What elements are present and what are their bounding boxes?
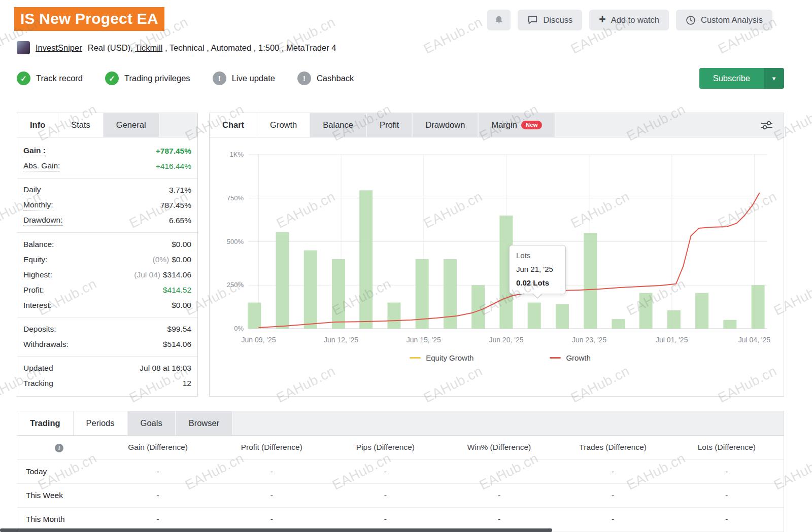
badge-live-update[interactable]: ! Live update bbox=[213, 72, 275, 85]
author-link[interactable]: InvestSniper bbox=[36, 43, 82, 53]
stat-value: +416.44% bbox=[156, 162, 191, 171]
row-label: This Week bbox=[17, 483, 101, 507]
x-tick-label: Jul 01, '25 bbox=[656, 336, 688, 344]
tab-balance[interactable]: Balance bbox=[310, 113, 367, 137]
badge-label: Cashback bbox=[317, 74, 354, 83]
stat-value: 787.45% bbox=[160, 201, 191, 210]
lots-bar bbox=[248, 303, 261, 329]
chart-legend: Equity Growth Growth bbox=[217, 353, 784, 362]
subscribe-button[interactable]: Subscribe ▾ bbox=[699, 68, 784, 89]
stat-value: $99.54 bbox=[167, 325, 191, 334]
stat-label: Equity: bbox=[23, 255, 47, 264]
avatar[interactable] bbox=[17, 41, 30, 54]
add-to-watch-button[interactable]: + Add to watch bbox=[589, 10, 669, 30]
lots-bar bbox=[556, 304, 569, 329]
lots-bar bbox=[752, 285, 765, 329]
lots-bar bbox=[528, 303, 541, 329]
tab-browser[interactable]: Browser bbox=[176, 411, 233, 435]
stat-label[interactable]: Monthly: bbox=[23, 200, 53, 210]
cell: - bbox=[556, 483, 670, 507]
badge-cashback[interactable]: ! Cashback bbox=[297, 72, 354, 85]
stat-label: Deposits: bbox=[23, 325, 56, 334]
tab-profit[interactable]: Profit bbox=[367, 113, 413, 137]
exclamation-icon: ! bbox=[213, 72, 226, 85]
chart-settings-button[interactable] bbox=[760, 113, 784, 137]
header-actions: Discuss + Add to watch Custom Analysis bbox=[487, 7, 772, 30]
stat-label: Balance: bbox=[23, 240, 54, 249]
cell: - bbox=[670, 507, 784, 531]
divider bbox=[17, 317, 197, 317]
custom-analysis-button[interactable]: Custom Analysis bbox=[676, 10, 772, 30]
tab-info[interactable]: Info bbox=[17, 113, 58, 137]
y-tick-label: 500% bbox=[227, 238, 244, 245]
lots-bar bbox=[612, 319, 625, 329]
check-icon: ✓ bbox=[17, 72, 30, 85]
cell: - bbox=[556, 459, 670, 483]
lots-bar bbox=[584, 233, 597, 329]
stat-label[interactable]: Drawdown: bbox=[23, 216, 63, 226]
tab-general[interactable]: General bbox=[104, 113, 160, 137]
stat-value-note: (0%) bbox=[152, 255, 169, 264]
account-meta-prefix: Real (USD), bbox=[88, 43, 135, 52]
cell: - bbox=[215, 459, 328, 483]
horizontal-scrollbar-thumb[interactable] bbox=[0, 528, 552, 532]
equity-growth-swatch bbox=[410, 357, 421, 359]
tab-goals[interactable]: Goals bbox=[128, 411, 176, 435]
tab-chart[interactable]: Chart bbox=[210, 113, 257, 137]
stat-label[interactable]: Gain : bbox=[23, 146, 46, 156]
stat-row-highest: Highest: (Jul 04)$314.06 bbox=[23, 267, 191, 282]
cell: - bbox=[101, 507, 215, 531]
y-tick-label: 1K% bbox=[230, 151, 244, 158]
cell: - bbox=[442, 507, 556, 531]
stat-label[interactable]: Daily bbox=[23, 185, 41, 195]
bell-icon bbox=[494, 15, 504, 26]
tab-trading[interactable]: Trading bbox=[17, 411, 74, 435]
badge-label: Live update bbox=[232, 74, 275, 83]
table-header-row: i Gain (Difference) Profit (Difference) … bbox=[17, 436, 784, 459]
badge-trading-privileges[interactable]: ✓ Trading privileges bbox=[105, 72, 190, 85]
stat-value: $0.00 bbox=[172, 240, 191, 249]
legend-growth[interactable]: Growth bbox=[550, 353, 590, 362]
cell: - bbox=[328, 507, 442, 531]
tab-periods[interactable]: Periods bbox=[74, 411, 128, 435]
growth-chart-svg[interactable]: 0%250%500%750%1K%Jun 09, '25Jun 12, '25J… bbox=[217, 143, 780, 347]
cell: - bbox=[101, 483, 215, 507]
stat-value: 3.71% bbox=[169, 186, 191, 195]
badge-track-record[interactable]: ✓ Track record bbox=[17, 72, 83, 85]
stat-row-withdrawals: Withdrawals: $514.06 bbox=[23, 337, 191, 352]
page-title: IS New Progect EA bbox=[14, 7, 164, 31]
lots-bar bbox=[723, 320, 736, 329]
stat-label: Interest: bbox=[23, 301, 52, 310]
trading-tabstrip: Trading Periods Goals Browser bbox=[17, 411, 784, 436]
tab-drawdown[interactable]: Drawdown bbox=[413, 113, 479, 137]
tab-margin[interactable]: Margin New bbox=[479, 113, 556, 137]
account-meta: Real (USD), Tickmill , Technical , Autom… bbox=[88, 43, 336, 53]
stat-row-equity: Equity: (0%)$0.00 bbox=[23, 252, 191, 267]
column-header: Gain (Difference) bbox=[101, 436, 215, 459]
divider bbox=[17, 232, 197, 233]
stat-value: $0.00 bbox=[172, 255, 191, 264]
legend-label: Equity Growth bbox=[426, 353, 473, 362]
chart-tabstrip: Chart Growth Balance Profit Drawdown Mar… bbox=[210, 113, 784, 137]
stat-row-daily: Daily 3.71% bbox=[23, 183, 191, 198]
column-header: Pips (Difference) bbox=[328, 436, 442, 459]
notifications-button[interactable] bbox=[487, 10, 511, 30]
tab-growth[interactable]: Growth bbox=[257, 113, 310, 137]
stat-value: $514.06 bbox=[163, 340, 191, 349]
tab-margin-label: Margin bbox=[491, 120, 517, 130]
discuss-button[interactable]: Discuss bbox=[518, 10, 582, 30]
tab-stats[interactable]: Stats bbox=[58, 113, 104, 137]
lots-bar bbox=[304, 251, 317, 329]
legend-equity-growth[interactable]: Equity Growth bbox=[410, 353, 473, 362]
row-label: This Month bbox=[17, 507, 101, 531]
stat-value: Jul 08 at 16:03 bbox=[140, 364, 191, 373]
periods-table: i Gain (Difference) Profit (Difference) … bbox=[17, 436, 784, 531]
info-icon-cell[interactable]: i bbox=[17, 436, 101, 459]
chevron-down-icon[interactable]: ▾ bbox=[764, 68, 784, 89]
stat-label[interactable]: Abs. Gain: bbox=[23, 161, 60, 171]
broker-link[interactable]: Tickmill bbox=[135, 43, 162, 52]
tooltip-date: Jun 21, '25 bbox=[516, 265, 559, 273]
divider bbox=[17, 356, 197, 357]
lots-bar bbox=[667, 310, 681, 329]
lots-bar bbox=[332, 259, 345, 329]
